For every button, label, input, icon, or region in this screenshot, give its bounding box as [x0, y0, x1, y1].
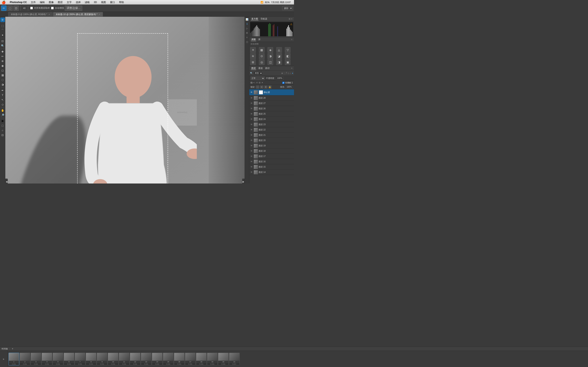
magic-wand-tool[interactable]: ✦ [0, 33, 5, 37]
layer-eye-19[interactable]: 👁 [250, 144, 253, 147]
layer-item-25[interactable]: 👁 图层 25 [249, 111, 294, 117]
heal-tool[interactable]: ✚ [0, 49, 5, 54]
channel-mixer-btn[interactable]: ◧ [285, 53, 291, 59]
layer-item-27[interactable]: 👁 图层 27 [249, 101, 294, 106]
tool-brush-alt1[interactable]: ◌ [7, 6, 13, 11]
invert-btn[interactable]: ◎ [259, 59, 265, 65]
posterize-btn[interactable]: ◫ [268, 59, 273, 65]
move-tool[interactable]: ✛ [0, 17, 5, 22]
pen-tool[interactable]: ✒ [0, 88, 5, 92]
layer-item-14[interactable]: 👁 图层 14 [249, 170, 294, 175]
filter-toggle[interactable]: ● [292, 72, 293, 74]
crop-tool[interactable]: ⊡ [0, 39, 5, 43]
layer-eye-15[interactable]: 👁 [250, 166, 253, 168]
history-brush-tool[interactable]: ◉ [0, 63, 5, 68]
unify-layer-icon[interactable]: ⊞ [259, 81, 260, 84]
menu-file[interactable]: 文件 [30, 1, 36, 4]
menu-help[interactable]: 帮助 [118, 1, 125, 4]
layer-eye-14[interactable]: 👁 [250, 171, 253, 174]
histogram-panel-icon[interactable]: 📊 [245, 17, 249, 21]
tool-brush-alt2[interactable]: ⊡ [13, 6, 19, 11]
curves-btn[interactable]: ◈ [268, 47, 273, 53]
color-balance-btn[interactable]: ⊙ [259, 53, 265, 59]
layer-item-28[interactable]: 👁 图层 28 [249, 95, 294, 101]
align-all-checkbox[interactable] [30, 7, 33, 9]
info-panel-icon[interactable]: ℹ [245, 22, 249, 26]
opacity-input[interactable] [276, 76, 283, 80]
layers-menu[interactable]: ≡ [291, 67, 292, 69]
layer-eye-20[interactable]: 👁 [250, 139, 253, 142]
vibrance-btn[interactable]: ▽ [285, 47, 291, 53]
menu-edit[interactable]: 编辑 [39, 1, 45, 4]
lock-position-btn[interactable]: ✛ [264, 85, 268, 89]
paths-tab[interactable]: 路径 [265, 67, 270, 70]
channels-tab[interactable]: 通道 [258, 67, 263, 70]
layer-eye-18[interactable]: 👁 [250, 150, 253, 152]
color-lookup-btn[interactable]: ⊞ [250, 59, 256, 65]
app-menu-photoshop[interactable]: Photoshop CC [9, 1, 27, 4]
menu-3d[interactable]: 3D [93, 1, 98, 4]
menu-view[interactable]: 视图 [100, 1, 107, 4]
adjustments-panel-icon[interactable]: ⊞ [245, 31, 249, 35]
layer-item-21[interactable]: 👁 图层 21 [249, 133, 294, 138]
brightness-contrast-btn[interactable]: ☀ [250, 47, 256, 53]
lock-transparent-btn[interactable]: ⬚ [256, 85, 259, 89]
histogram-expand[interactable]: ⊞ [289, 18, 290, 20]
doc-tab-1[interactable]: 未标题-9 @ 100% (静止层, RGB/8) * ✕ [8, 12, 53, 17]
gradient-map-btn[interactable]: ▣ [285, 59, 291, 65]
lock-all-btn[interactable]: 🔒 [268, 85, 272, 89]
layer-item-24[interactable]: 👁 图层 24 [249, 117, 294, 122]
marquee-tool[interactable]: ⬚ [0, 24, 5, 28]
layer-item-17[interactable]: 👁 图层 17 [249, 154, 294, 159]
clone-tool[interactable]: ⊕ [0, 59, 5, 63]
menu-select[interactable]: 选择 [75, 1, 81, 4]
close-tab-2[interactable]: ✕ [99, 13, 100, 16]
layer-eye-26[interactable]: 👁 [250, 107, 253, 110]
eraser-tool[interactable]: ◻ [0, 68, 5, 73]
layer-eye-21[interactable]: 👁 [250, 134, 253, 137]
layer-item-22[interactable]: 👁 图层 22 [249, 127, 294, 133]
adjustments-tab[interactable]: 调整 [251, 38, 256, 41]
photo-filter-btn[interactable]: ◪ [276, 53, 282, 59]
blend-mode-dropdown[interactable]: 正常 [251, 76, 265, 80]
layer-eye-22[interactable]: 👁 [250, 128, 253, 131]
brush-tool[interactable]: ✏ [0, 54, 5, 58]
tool-brush-btn[interactable]: ✏ [1, 6, 7, 11]
right-panel-toggle[interactable]: ▶ [242, 179, 245, 184]
exposure-btn[interactable]: ◬ [276, 47, 282, 53]
hsl-btn[interactable]: ≋ [250, 53, 256, 59]
layer-item-19[interactable]: 👁 图层 19 [249, 143, 294, 149]
layer-item-still[interactable]: 👁 静止层 [249, 89, 294, 95]
shape-tool[interactable]: ◇ [0, 102, 5, 107]
lasso-tool[interactable]: ⌒ [0, 28, 5, 33]
levels-btn[interactable]: ▦ [259, 47, 265, 53]
left-panel-toggle[interactable]: ◀ [5, 179, 8, 184]
path-select-tool[interactable]: ↖ [0, 98, 5, 102]
workspace-dropdown[interactable]: 摄影 [282, 6, 293, 10]
adjustments-menu[interactable]: ≡ [291, 38, 292, 41]
quick-mask-mode[interactable]: ○ [0, 128, 5, 133]
histogram-tab[interactable]: 直方图 [251, 17, 259, 21]
layer-eye-16[interactable]: 👁 [250, 160, 253, 163]
channels-panel-icon[interactable]: ◫ [245, 40, 249, 44]
layer-item-15[interactable]: 👁 图层 15 [249, 164, 294, 170]
hand-tool[interactable]: ✋ [0, 108, 5, 113]
layer-eye-27[interactable]: 👁 [250, 102, 253, 105]
menu-layer[interactable]: 图层 [57, 1, 63, 4]
dodge-tool[interactable]: ◑ [0, 82, 5, 87]
layer-type-filter[interactable]: 类型 [253, 71, 263, 75]
layer-item-18[interactable]: 👁 图层 18 [249, 149, 294, 154]
close-tab-1[interactable]: ✕ [48, 13, 50, 16]
foreground-color[interactable]: ■ [0, 119, 5, 123]
navigator-panel-icon[interactable]: ▷ [245, 26, 249, 30]
screen-mode[interactable]: ⊡ [0, 133, 5, 137]
unify-pos-icon[interactable]: ✛ [256, 81, 258, 84]
layer-eye-17[interactable]: 👁 [250, 155, 253, 158]
eyedropper-tool[interactable]: 🔍 [0, 43, 5, 48]
auto-enhance-checkbox[interactable] [51, 7, 54, 9]
unify-style-icon[interactable]: ✦ [261, 81, 263, 84]
layer-item-26[interactable]: 👁 图层 26 [249, 106, 294, 111]
menu-filter[interactable]: 滤镜 [84, 1, 90, 4]
library-tab[interactable]: 库 [258, 38, 261, 41]
type-tool[interactable]: T [0, 93, 5, 97]
